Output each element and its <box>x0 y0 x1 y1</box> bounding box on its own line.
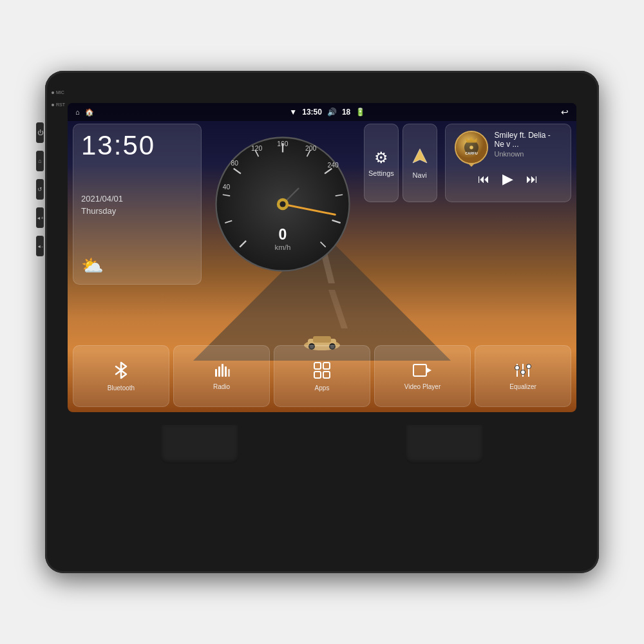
top-row: 13:50 2021/04/01 Thursday ⛅ <box>73 124 571 285</box>
video-icon <box>413 363 432 381</box>
volume-level: 18 <box>342 108 350 117</box>
settings-navi-row: ⚙ Settings Navi <box>364 124 437 202</box>
svg-rect-47 <box>314 372 321 378</box>
svg-rect-45 <box>314 363 321 369</box>
power-button[interactable]: ⏻ <box>36 122 44 143</box>
mic-label: MIC <box>56 90 64 95</box>
status-right: ↩ <box>561 107 569 117</box>
back-icon: ↺ <box>37 186 43 193</box>
status-left: ⌂ 🏠 <box>75 108 94 117</box>
radio-label: Radio <box>213 383 230 390</box>
svg-point-56 <box>527 364 531 368</box>
status-time: 13:50 <box>302 108 322 117</box>
svg-text:120: 120 <box>251 145 263 152</box>
svg-rect-43 <box>225 366 227 377</box>
clock-widget: 13:50 2021/04/01 Thursday ⛅ <box>73 124 202 285</box>
vol-down-icon: ◄- <box>37 244 43 249</box>
volume-icon: 🔊 <box>327 108 337 117</box>
svg-text:40: 40 <box>223 184 231 191</box>
device-shell: MIC RST ⏻ ⌂ ↺ ◄+ ◄- <box>45 71 599 573</box>
vol-down-button[interactable]: ◄- <box>36 236 44 256</box>
side-buttons: ⏻ ⌂ ↺ ◄+ ◄- <box>36 122 44 256</box>
video-label: Video Player <box>404 383 441 390</box>
bluetooth-tile[interactable]: Bluetooth <box>73 345 169 407</box>
radio-tile[interactable]: Radio <box>173 345 270 407</box>
equalizer-tile[interactable]: Equalizer <box>475 345 571 407</box>
navi-icon <box>411 147 429 169</box>
equalizer-label: Equalizer <box>509 383 536 390</box>
settings-label: Settings <box>368 169 394 177</box>
svg-text:240: 240 <box>328 162 339 169</box>
clock-weather: ⛅ <box>81 255 193 276</box>
bracket-right <box>406 425 483 464</box>
battery-icon: 🔋 <box>355 108 365 117</box>
right-column: CARFU Smiley ft. Delia - Ne v ... Unknow… <box>364 124 571 285</box>
status-bar: ⌂ 🏠 ▼ 13:50 🔊 18 🔋 ↩ <box>68 103 576 121</box>
home-button[interactable]: ⌂ <box>36 151 44 171</box>
svg-rect-48 <box>323 372 330 378</box>
svg-rect-46 <box>323 363 330 369</box>
status-center: ▼ 13:50 🔊 18 🔋 <box>289 108 365 117</box>
music-album: CARFU <box>455 131 488 164</box>
svg-marker-39 <box>413 149 427 163</box>
svg-point-55 <box>521 370 526 374</box>
bluetooth-label: Bluetooth <box>108 384 135 392</box>
svg-rect-44 <box>228 369 230 377</box>
apps-label: Apps <box>315 384 330 392</box>
weather-icon: ⛅ <box>81 255 104 276</box>
clock-date: 2021/04/01 Thursday <box>81 193 193 216</box>
svg-text:200: 200 <box>305 145 317 152</box>
radio-icon <box>213 363 231 381</box>
bracket-left <box>161 425 238 464</box>
svg-rect-5 <box>313 336 331 343</box>
side-labels: MIC RST <box>52 89 65 108</box>
apps-tile[interactable]: Apps <box>274 345 370 407</box>
music-header: CARFU Smiley ft. Delia - Ne v ... Unknow… <box>455 131 562 164</box>
speedo-container: 40 80 120 160 200 240 0 k <box>205 124 360 285</box>
equalizer-icon <box>514 363 532 381</box>
device-bottom <box>45 412 599 554</box>
home-status-icon[interactable]: ⌂ <box>75 108 80 116</box>
svg-point-36 <box>469 146 473 149</box>
apps-icon <box>313 361 331 382</box>
speedometer-widget: 40 80 120 160 200 240 0 k <box>205 124 360 285</box>
music-title: Smiley ft. Delia - Ne v ... <box>495 131 562 149</box>
back-status-icon[interactable]: ↩ <box>561 107 569 117</box>
settings-icon: ⚙ <box>374 149 388 167</box>
screen: ⌂ 🏠 ▼ 13:50 🔊 18 🔋 ↩ 13:50 2021/04/01 <box>68 103 576 412</box>
navi-tile[interactable]: Navi <box>402 124 437 202</box>
svg-text:80: 80 <box>231 160 238 167</box>
apps-status-icon[interactable]: 🏠 <box>85 108 94 117</box>
svg-text:160: 160 <box>277 140 289 147</box>
music-info: Smiley ft. Delia - Ne v ... Unknown <box>495 131 562 158</box>
music-widget: CARFU Smiley ft. Delia - Ne v ... Unknow… <box>445 124 572 202</box>
power-icon: ⏻ <box>37 129 43 136</box>
svg-text:km/h: km/h <box>275 243 291 251</box>
settings-tile[interactable]: ⚙ Settings <box>364 124 399 202</box>
rst-label: RST <box>56 102 65 107</box>
svg-rect-40 <box>215 369 217 377</box>
svg-rect-49 <box>413 365 426 376</box>
clock-day: Thursday <box>81 205 193 217</box>
clock-date-value: 2021/04/01 <box>81 193 193 205</box>
svg-text:0: 0 <box>279 226 287 243</box>
music-controls: ⏮ ▶ ⏭ <box>455 171 562 187</box>
navi-label: Navi <box>413 171 427 179</box>
vol-up-icon: ◄+ <box>36 216 43 220</box>
wifi-icon: ▼ <box>289 108 297 117</box>
music-artist: Unknown <box>495 150 562 158</box>
bluetooth-icon <box>113 361 129 382</box>
clock-time: 13:50 <box>81 132 193 159</box>
bottom-row: Bluetooth Radio <box>73 345 571 407</box>
svg-marker-50 <box>427 368 431 373</box>
svg-rect-41 <box>218 366 220 377</box>
play-button[interactable]: ▶ <box>502 171 513 187</box>
vol-up-button[interactable]: ◄+ <box>36 207 44 228</box>
speedo-svg: 40 80 120 160 200 240 0 k <box>209 130 357 278</box>
back-button[interactable]: ↺ <box>36 179 44 200</box>
video-tile[interactable]: Video Player <box>374 345 471 407</box>
next-button[interactable]: ⏭ <box>526 173 538 186</box>
prev-button[interactable]: ⏮ <box>478 173 489 186</box>
svg-text:CARFU: CARFU <box>465 151 477 155</box>
svg-point-54 <box>515 365 520 370</box>
